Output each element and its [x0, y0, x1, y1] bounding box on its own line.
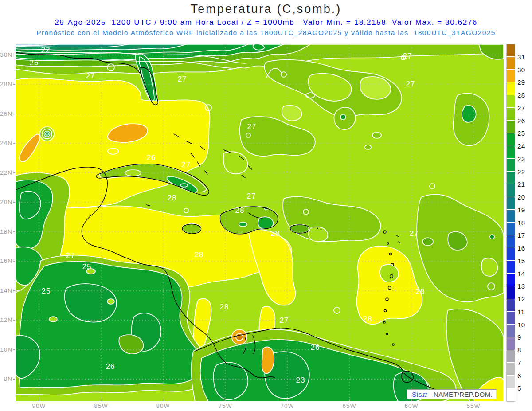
lon-axis-label: 90W: [30, 403, 48, 409]
subtitle-model-info: Pronóstico con el Modelo Atmósferico WRF…: [0, 29, 532, 37]
contour-label: 27: [406, 80, 415, 88]
lon-axis-label: 70W: [278, 403, 296, 409]
lat-tick: [13, 84, 15, 85]
colorbar-tick-label: 13: [517, 282, 531, 290]
colorbar-tick-label: 16: [517, 244, 531, 252]
colorbar-segment: [507, 274, 515, 286]
colorbar-segment: [507, 337, 515, 349]
lon-tick: [163, 399, 164, 401]
lat-tick: [13, 261, 15, 262]
contour-label: 28: [235, 206, 245, 215]
contour-label: 26: [30, 59, 39, 67]
lon-axis-label: 80W: [154, 403, 172, 409]
contour-label: 25: [82, 262, 92, 271]
contour-label: 26: [147, 153, 156, 162]
contour-label: 27: [247, 122, 257, 131]
contour-label: 25: [42, 287, 51, 295]
lat-tick: [13, 114, 15, 114]
colorbar-tick-label: 22: [517, 168, 531, 176]
lon-tick: [39, 399, 39, 401]
colorbar-segment: [507, 82, 515, 94]
colorbar-segment: [507, 235, 515, 247]
colorbar-tick-label: 25: [517, 129, 531, 137]
contour-label: 28: [195, 251, 204, 259]
lat-axis-label: 22N: [0, 169, 12, 176]
lat-tick: [13, 290, 15, 291]
contour-label: 28: [363, 315, 372, 323]
colorbar-segment: [507, 197, 515, 209]
colorbar-tick-label: 18: [517, 219, 531, 227]
watermark-box: Sisπ ··NAMET/REP.DOM.: [407, 389, 496, 399]
agency-watermark: ··NAMET/REP.DOM.: [429, 391, 493, 398]
colorbar-segment: [507, 146, 515, 158]
colorbar-tick-label: 31: [517, 53, 531, 61]
colorbar-tick-label: 11: [517, 308, 531, 316]
colorbar-segment: [507, 325, 515, 337]
lat-axis-label: 10N: [0, 346, 12, 353]
lat-tick: [13, 55, 15, 55]
lon-axis-label: 85W: [92, 403, 110, 409]
lat-axis-label: 18N: [0, 228, 12, 235]
colorbar-segment: [507, 70, 515, 82]
colorbar-tick-label: 21: [517, 180, 531, 188]
lat-tick: [13, 143, 15, 144]
lat-tick: [13, 202, 15, 203]
map-canvas: 2226272727272726272827282828272828272525…: [16, 44, 504, 401]
colorbar-segment: [507, 363, 515, 375]
lat-tick: [13, 349, 15, 350]
lon-tick: [473, 399, 474, 401]
colorbar-tick-label: 14: [517, 270, 531, 278]
lat-tick: [13, 172, 15, 173]
contour-label: 26: [106, 362, 115, 371]
contour-label: 27: [66, 251, 75, 260]
colorbar-segment: [507, 376, 515, 388]
colorbar-tick-label: 8: [517, 346, 531, 354]
subtitle-valid-time: 29-Ago-2025 1200 UTC / 9:00 am Hora Loca…: [0, 18, 532, 27]
colorbar-segment: [507, 210, 515, 222]
contour-label: 22: [41, 46, 51, 54]
colorbar-tick-label: 15: [517, 257, 531, 265]
colorbar-segment: [507, 248, 515, 260]
colorbar-segment: [507, 286, 515, 298]
colorbar-tick-label: 6: [517, 372, 531, 380]
contour-label: 28: [271, 229, 280, 238]
lat-axis-label: 30N: [0, 51, 12, 58]
colorbar: [507, 44, 515, 401]
contour-label: 27: [410, 229, 419, 238]
lon-tick: [101, 399, 102, 401]
colorbar-tick-label: 24: [517, 142, 531, 150]
lat-axis-label: 24N: [0, 140, 12, 146]
lat-axis-label: 20N: [0, 199, 12, 205]
lat-tick: [13, 231, 15, 232]
contour-label: 28: [220, 303, 229, 311]
lon-tick: [287, 399, 288, 401]
colorbar-tick-label: 12: [517, 295, 531, 303]
colorbar-segment: [507, 388, 515, 400]
colorbar-tick-label: 10: [517, 321, 531, 329]
lon-axis-label: 65W: [340, 403, 358, 409]
lat-axis-label: 14N: [0, 287, 12, 294]
colorbar-segment: [507, 299, 515, 311]
colorbar-segment: [507, 172, 515, 184]
colorbar-segment: [507, 159, 515, 171]
colorbar-tick-label: 17: [517, 231, 531, 239]
colorbar-tick-label: 23: [517, 155, 531, 163]
contour-label: 28: [168, 194, 177, 202]
colorbar-tick-label: 29: [517, 78, 531, 86]
colorbar-tick-label: 7: [517, 359, 531, 367]
colorbar-segment: [507, 121, 515, 133]
page-title: Temperatura (C,somb.): [0, 2, 532, 16]
lat-axis-label: 8N: [0, 376, 12, 382]
contour-label: 27: [178, 75, 187, 83]
colorbar-tick-label: 20: [517, 193, 531, 201]
colorbar-tick-label: 27: [517, 104, 531, 112]
lat-axis-label: 16N: [0, 258, 12, 264]
colorbar-segment: [507, 350, 515, 362]
lon-axis-label: 75W: [216, 403, 234, 409]
lon-tick: [225, 399, 226, 401]
contour-label: 27: [280, 316, 289, 325]
colorbar-segment: [507, 44, 515, 56]
colorbar-segment: [507, 57, 515, 69]
lat-axis-label: 12N: [0, 317, 12, 323]
lat-tick: [13, 320, 15, 321]
